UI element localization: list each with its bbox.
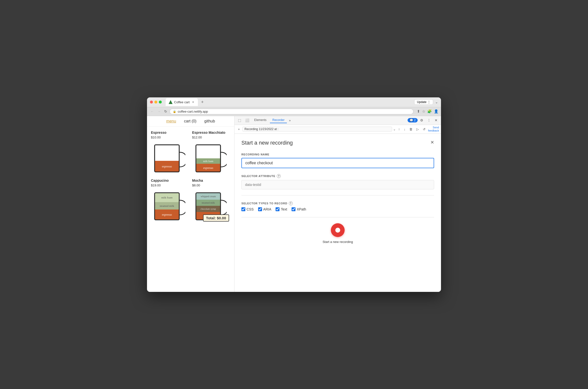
tab-recorder[interactable]: Recorder — [270, 117, 287, 123]
selector-attribute-input[interactable] — [241, 180, 434, 189]
bookmark-icon[interactable]: ☆ — [422, 109, 425, 114]
title-bar-right: Update ⋮ ⌄ — [414, 99, 438, 105]
reload-button[interactable]: ↻ — [163, 109, 168, 114]
update-button[interactable]: Update ⋮ — [414, 99, 433, 105]
devtools-tabs-bar: ⬚ ⬜ Elements Recorder » 💬 2 ⚙ ⋮ ✕ — [235, 116, 441, 125]
aria-checkbox[interactable] — [258, 207, 262, 211]
recording-name-field[interactable] — [242, 127, 392, 131]
coffee-item-cappucino[interactable]: Cappucino $19.00 milk foam steamed milk — [151, 179, 189, 224]
update-menu-icon: ⋮ — [428, 100, 431, 104]
coffee-cup-mocha: whipped cream steamed milk chocolate syr… — [192, 189, 227, 224]
nav-github-link[interactable]: github — [204, 119, 215, 124]
coffee-price: $10.00 — [151, 135, 189, 139]
nav-menu-link[interactable]: menu — [166, 119, 176, 124]
tab-title: Coffee cart — [174, 100, 189, 104]
add-recording-button[interactable]: + — [237, 127, 241, 131]
svg-text:milk foam: milk foam — [203, 160, 213, 162]
svg-text:chocolate syrup: chocolate syrup — [200, 208, 216, 210]
tab-close-button[interactable]: ✕ — [191, 100, 195, 104]
active-tab[interactable]: Coffee cart ✕ — [166, 98, 198, 106]
replay-recording-button[interactable]: ▷ — [415, 127, 420, 131]
svg-text:steamed milk: steamed milk — [160, 204, 174, 207]
extensions-icon[interactable]: 🧩 — [427, 109, 432, 114]
xpath-checkbox[interactable] — [292, 207, 295, 211]
coffee-item-mocha[interactable]: Mocha $8.00 whipped cream steamed milk — [192, 179, 231, 224]
record-btn-inner — [335, 228, 340, 233]
tab-elements[interactable]: Elements — [252, 117, 269, 123]
cup-svg-macchiato: milk foam espresso — [192, 141, 227, 176]
device-toolbar-button[interactable]: ⬜ — [244, 118, 251, 123]
close-devtools-button[interactable]: ✕ — [433, 118, 439, 123]
main-content: menu cart (0) github Espresso $10.00 — [147, 116, 441, 292]
close-window-button[interactable] — [150, 100, 153, 103]
more-tabs-button[interactable]: » — [288, 118, 292, 123]
send-feedback-link[interactable]: Sendfeedback — [428, 126, 439, 132]
address-icons: ⬆ ☆ 🧩 👤 — [417, 109, 438, 114]
selector-attribute-label: SELECTOR ATTRIBUTE ? — [241, 174, 434, 178]
selector-attr-help-icon[interactable]: ? — [277, 174, 281, 178]
more-options-button[interactable]: ⋮ — [426, 118, 432, 123]
total-badge: Total: $0.00 — [203, 214, 229, 222]
address-field[interactable]: 🔒 coffee-cart.netlify.app — [170, 109, 413, 114]
devtools-panel: ⬚ ⬜ Elements Recorder » 💬 2 ⚙ ⋮ ✕ + — [235, 116, 441, 292]
delete-recording-button[interactable]: 🗑 — [408, 127, 414, 131]
back-button[interactable]: ← — [150, 109, 155, 114]
website-area: menu cart (0) github Espresso $10.00 — [147, 116, 235, 292]
checkbox-text[interactable]: Text — [276, 207, 287, 211]
dialog-title: Start a new recording — [241, 140, 293, 146]
css-checkbox[interactable] — [241, 207, 245, 211]
comments-badge[interactable]: 💬 2 — [407, 118, 418, 123]
forward-button[interactable]: → — [156, 109, 162, 114]
window-expand-icon[interactable]: ⌄ — [435, 100, 438, 104]
selector-types-label: SELECTOR TYPES TO RECORD ? — [241, 201, 434, 205]
settings-button[interactable]: ⚙ — [419, 118, 425, 123]
coffee-item-espresso-macchiato[interactable]: Espresso Macchiato $12.00 milk foam espr… — [192, 130, 231, 176]
recording-name-input[interactable] — [241, 158, 434, 168]
upload-recording-button[interactable]: ↑ — [397, 127, 402, 131]
cup-svg-cappucino: milk foam steamed milk espresso — [151, 189, 185, 224]
coffee-name: Mocha — [192, 179, 231, 182]
nav-cart-link[interactable]: cart (0) — [184, 119, 196, 124]
selector-types-list: CSS ARIA Text XPath — [241, 207, 434, 211]
coffee-item-espresso[interactable]: Espresso $10.00 espresso — [151, 130, 189, 176]
download-recording-button[interactable]: ↓ — [402, 127, 407, 131]
devtools-right-controls: 💬 2 ⚙ ⋮ ✕ — [407, 118, 439, 123]
dialog-close-button[interactable]: ✕ — [431, 140, 434, 145]
comment-count: 2 — [414, 119, 416, 122]
address-text: coffee-cart.netlify.app — [178, 110, 208, 113]
tab-bar: Coffee cart ✕ + — [166, 98, 412, 106]
recording-dropdown-button[interactable]: ⌄ — [393, 127, 396, 131]
coffee-name: Cappucino — [151, 179, 189, 182]
start-recording-button[interactable] — [331, 223, 345, 237]
svg-text:milk foam: milk foam — [161, 196, 173, 199]
svg-text:espresso: espresso — [203, 166, 213, 170]
traffic-lights — [150, 100, 162, 103]
share-icon[interactable]: ⬆ — [417, 109, 420, 114]
dialog-header: Start a new recording ✕ — [241, 140, 434, 146]
tab-favicon — [169, 100, 173, 104]
selector-types-section: SELECTOR TYPES TO RECORD ? CSS ARIA — [241, 201, 434, 211]
new-tab-button[interactable]: + — [199, 98, 206, 105]
svg-text:espresso: espresso — [162, 165, 172, 168]
start-recording-label: Start a new recording — [322, 240, 353, 244]
coffee-name: Espresso Macchiato — [192, 130, 231, 134]
text-checkbox[interactable] — [276, 207, 279, 211]
recording-name-section: RECORDING NAME — [241, 153, 434, 168]
svg-text:whipped cream: whipped cream — [201, 195, 216, 198]
coffee-cup-cappucino: milk foam steamed milk espresso — [151, 189, 185, 224]
minimize-window-button[interactable] — [154, 100, 157, 103]
site-navigation: menu cart (0) github — [147, 116, 234, 127]
svg-text:espresso: espresso — [162, 213, 172, 216]
checkbox-aria[interactable]: ARIA — [258, 207, 271, 211]
selector-types-help-icon[interactable]: ? — [289, 201, 293, 205]
recording-toolbar: + ⌄ ↑ ↓ 🗑 ▷ ↺ Sendfeedback — [235, 125, 441, 134]
maximize-window-button[interactable] — [159, 100, 162, 103]
profile-icon[interactable]: 👤 — [434, 109, 438, 114]
coffee-cup-macchiato: milk foam espresso — [192, 141, 227, 176]
divider-2 — [241, 217, 434, 217]
undo-recording-button[interactable]: ↺ — [421, 127, 427, 131]
checkbox-css[interactable]: CSS — [241, 207, 254, 211]
cup-svg-espresso: espresso — [151, 141, 185, 176]
inspect-element-button[interactable]: ⬚ — [237, 118, 243, 123]
checkbox-xpath[interactable]: XPath — [292, 207, 306, 211]
